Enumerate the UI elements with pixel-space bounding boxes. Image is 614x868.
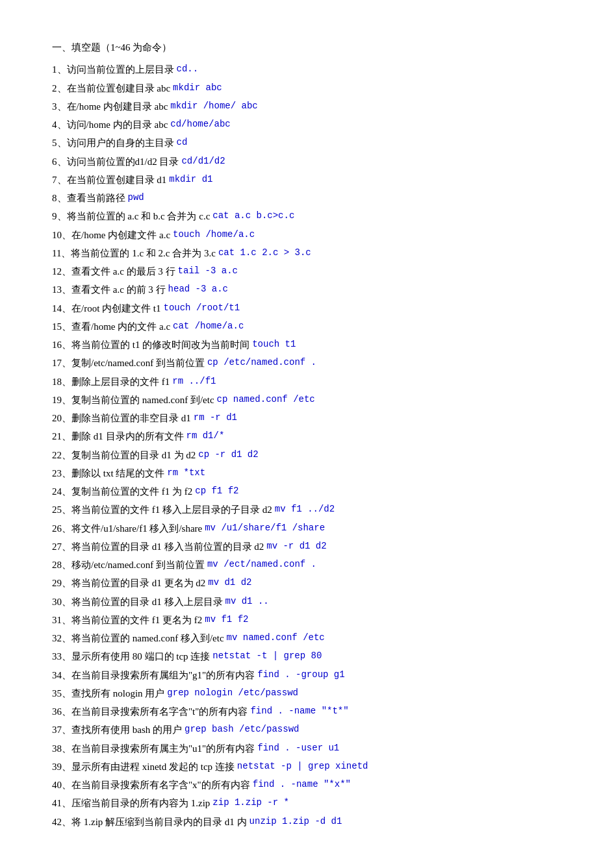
list-item: 33、显示所有使用 80 端口的 tcp 连接netstat -t | grep… xyxy=(52,648,562,665)
item-command: mkdir d1 xyxy=(169,171,212,188)
item-label: 29、将当前位置的目录 d1 更名为 d2 xyxy=(52,575,205,591)
list-item: 7、在当前位置创建目录 d1mkdir d1 xyxy=(52,171,562,188)
item-command: mv -r d1 d2 xyxy=(266,538,326,555)
item-label: 38、在当前目录搜索所有属主为"u1"的所有内容 xyxy=(52,740,255,757)
list-item: 20、删除当前位置的非空目录 d1rm -r d1 xyxy=(52,410,562,427)
item-command: find . -group g1 xyxy=(257,667,344,684)
item-label: 8、查看当前路径 xyxy=(52,190,125,206)
item-command: mv named.conf /etc xyxy=(227,630,325,647)
item-command: mv d1 .. xyxy=(225,593,269,610)
item-command: find . -name "*x*" xyxy=(253,776,351,793)
item-command: mkdir /home/ abc xyxy=(170,98,257,115)
section-title: 一、填空题（1~46 为命令） xyxy=(52,39,562,56)
list-item: 18、删除上层目录的文件 f1rm ../f1 xyxy=(52,373,562,390)
item-label: 12、查看文件 a.c 的最后 3 行 xyxy=(52,263,175,280)
item-command: mv f1 ../d2 xyxy=(275,501,335,518)
item-command: cd/home/abc xyxy=(170,116,230,133)
list-item: 31、将当前位置的文件 f1 更名为 f2mv f1 f2 xyxy=(52,612,562,628)
item-label: 34、在当前目录搜索所有属组为"g1"的所有内容 xyxy=(52,667,255,684)
item-label: 30、将当前位置的目录 d1 移入上层目录 xyxy=(52,593,223,610)
item-label: 21、删除 d1 目录内的所有文件 xyxy=(52,428,184,445)
list-item: 10、在/home 内创建文件 a.ctouch /home/a.c xyxy=(52,227,562,243)
list-item: 11、将当前位置的 1.c 和 2.c 合并为 3.ccat 1.c 2.c >… xyxy=(52,245,562,262)
item-label: 13、查看文件 a.c 的前 3 行 xyxy=(52,281,166,298)
item-label: 16、将当前位置的 t1 的修改时间改为当前时间 xyxy=(52,336,249,353)
item-label: 9、将当前位置的 a.c 和 b.c 合并为 c.c xyxy=(52,208,210,225)
list-item: 23、删除以 txt 结尾的文件rm *txt xyxy=(52,465,562,482)
item-command: grep nologin /etc/passwd xyxy=(167,685,298,702)
item-command: mkdir abc xyxy=(173,80,222,97)
item-command: touch t1 xyxy=(252,336,296,353)
list-item: 1、访问当前位置的上层目录cd.. xyxy=(52,61,562,78)
list-item: 8、查看当前路径pwd xyxy=(52,190,562,206)
item-command: cp -r d1 d2 xyxy=(198,447,258,464)
item-command: find . -user u1 xyxy=(257,740,339,757)
item-label: 23、删除以 txt 结尾的文件 xyxy=(52,465,164,482)
item-label: 17、复制/etc/named.conf 到当前位置 xyxy=(52,354,205,371)
lines-container: 1、访问当前位置的上层目录cd..2、在当前位置创建目录 abcmkdir ab… xyxy=(52,61,562,830)
item-command: mv /ect/named.conf . xyxy=(207,556,316,573)
item-command: mv f1 f2 xyxy=(205,612,248,628)
list-item: 28、移动/etc/named.conf 到当前位置mv /ect/named.… xyxy=(52,556,562,573)
list-item: 40、在当前目录搜索所有名字含"x"的所有内容find . -name "*x*… xyxy=(52,776,562,793)
item-command: touch /home/a.c xyxy=(173,227,255,243)
item-command: cat a.c b.c>c.c xyxy=(212,208,294,225)
item-label: 22、复制当前位置的目录 d1 为 d2 xyxy=(52,447,196,464)
item-label: 4、访问/home 内的目录 abc xyxy=(52,116,168,133)
list-item: 17、复制/etc/named.conf 到当前位置cp /etc/named.… xyxy=(52,354,562,371)
list-item: 2、在当前位置创建目录 abcmkdir abc xyxy=(52,80,562,97)
item-label: 19、复制当前位置的 named.conf 到/etc xyxy=(52,391,214,408)
list-item: 34、在当前目录搜索所有属组为"g1"的所有内容find . -group g1 xyxy=(52,667,562,684)
item-label: 37、查找所有使用 bash 的用户 xyxy=(52,721,182,738)
list-item: 15、查看/home 内的文件 a.ccat /home/a.c xyxy=(52,318,562,335)
item-command: grep bash /etc/passwd xyxy=(185,721,299,738)
item-label: 7、在当前位置创建目录 d1 xyxy=(52,171,166,188)
list-item: 41、压缩当前目录的所有内容为 1.zipzip 1.zip -r * xyxy=(52,795,562,812)
item-command: touch /root/t1 xyxy=(164,300,240,317)
list-item: 24、复制当前位置的文件 f1 为 f2cp f1 f2 xyxy=(52,483,562,500)
main-content: 一、填空题（1~46 为命令） 1、访问当前位置的上层目录cd..2、在当前位置… xyxy=(52,39,562,830)
list-item: 9、将当前位置的 a.c 和 b.c 合并为 c.ccat a.c b.c>c.… xyxy=(52,208,562,225)
item-command: cp /etc/named.conf . xyxy=(207,354,316,371)
list-item: 14、在/root 内创建文件 t1touch /root/t1 xyxy=(52,300,562,317)
item-label: 1、访问当前位置的上层目录 xyxy=(52,61,174,78)
item-label: 42、将 1.zip 解压缩到当前目录内的目录 d1 内 xyxy=(52,813,247,830)
list-item: 26、将文件/u1/share/f1 移入到/sharemv /u1/share… xyxy=(52,520,562,537)
item-command: cat 1.c 2.c > 3.c xyxy=(218,245,311,262)
list-item: 21、删除 d1 目录内的所有文件rm d1/* xyxy=(52,428,562,445)
item-command: cat /home/a.c xyxy=(173,318,244,335)
item-command: rm -r d1 xyxy=(194,410,237,427)
list-item: 22、复制当前位置的目录 d1 为 d2cp -r d1 d2 xyxy=(52,447,562,464)
item-command: cd.. xyxy=(177,61,199,78)
list-item: 29、将当前位置的目录 d1 更名为 d2mv d1 d2 xyxy=(52,575,562,591)
item-command: mv /u1/share/f1 /share xyxy=(205,520,325,537)
item-label: 26、将文件/u1/share/f1 移入到/share xyxy=(52,520,202,537)
item-label: 27、将当前位置的目录 d1 移入当前位置的目录 d2 xyxy=(52,538,264,555)
item-label: 2、在当前位置创建目录 abc xyxy=(52,80,170,97)
item-label: 35、查找所有 nologin 用户 xyxy=(52,685,164,702)
list-item: 32、将当前位置的 named.conf 移入到/etcmv named.con… xyxy=(52,630,562,647)
list-item: 30、将当前位置的目录 d1 移入上层目录mv d1 .. xyxy=(52,593,562,610)
item-label: 15、查看/home 内的文件 a.c xyxy=(52,318,170,335)
item-label: 33、显示所有使用 80 端口的 tcp 连接 xyxy=(52,648,210,665)
item-command: find . -name "*t*" xyxy=(250,703,348,720)
item-label: 11、将当前位置的 1.c 和 2.c 合并为 3.c xyxy=(52,245,216,262)
item-command: cp named.conf /etc xyxy=(217,391,315,408)
list-item: 4、访问/home 内的目录 abccd/home/abc xyxy=(52,116,562,133)
item-command: zip 1.zip -r * xyxy=(212,795,289,812)
item-command: cd/d1/d2 xyxy=(181,153,225,170)
item-command: pwd xyxy=(128,190,144,206)
item-command: rm d1/* xyxy=(186,428,225,445)
list-item: 5、访问用户的自身的主目录cd xyxy=(52,134,562,151)
item-label: 32、将当前位置的 named.conf 移入到/etc xyxy=(52,630,224,647)
item-command: netstat -p | grep xinetd xyxy=(237,758,368,775)
list-item: 12、查看文件 a.c 的最后 3 行tail -3 a.c xyxy=(52,263,562,280)
item-label: 14、在/root 内创建文件 t1 xyxy=(52,300,161,317)
list-item: 19、复制当前位置的 named.conf 到/etccp named.conf… xyxy=(52,391,562,408)
item-label: 36、在当前目录搜索所有名字含"t"的所有内容 xyxy=(52,703,248,720)
list-item: 37、查找所有使用 bash 的用户grep bash /etc/passwd xyxy=(52,721,562,738)
list-item: 36、在当前目录搜索所有名字含"t"的所有内容find . -name "*t*… xyxy=(52,703,562,720)
item-label: 5、访问用户的自身的主目录 xyxy=(52,134,174,151)
item-command: tail -3 a.c xyxy=(178,263,238,280)
item-label: 25、将当前位置的文件 f1 移入上层目录的子目录 d2 xyxy=(52,501,272,518)
